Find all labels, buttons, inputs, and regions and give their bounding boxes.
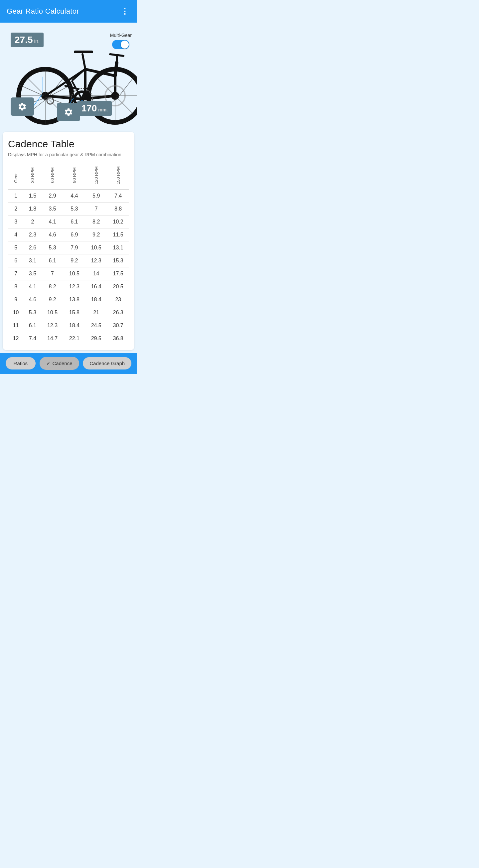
speed-cell: 13.1 (107, 241, 129, 254)
speed-cell: 18.4 (63, 319, 85, 332)
speed-cell: 2.9 (41, 189, 63, 202)
nav-cadence-button[interactable]: ✓ Cadence (39, 357, 79, 370)
speed-cell: 24.5 (85, 319, 107, 332)
speed-cell: 8.2 (85, 215, 107, 228)
speed-cell: 30.7 (107, 319, 129, 332)
bike-section: 27.5 in. Multi-Gear (0, 23, 137, 129)
gear-cell: 1 (8, 189, 24, 202)
nav-ratios-button[interactable]: Ratios (6, 357, 36, 370)
speed-cell: 10.5 (41, 306, 63, 319)
table-row: 73.5710.51417.5 (8, 267, 129, 280)
speed-cell: 2.6 (24, 241, 41, 254)
table-row: 127.414.722.129.536.8 (8, 332, 129, 345)
speed-cell: 2 (24, 215, 41, 228)
header: Gear Ratio Calculator ⋮ (0, 0, 137, 23)
speed-cell: 12.3 (85, 254, 107, 267)
speed-cell: 12.3 (41, 319, 63, 332)
wheel-diameter-unit: in. (34, 38, 40, 44)
speed-cell: 4.6 (41, 228, 63, 241)
multi-gear-control: Multi-Gear (110, 33, 132, 49)
gear-cell: 9 (8, 293, 24, 306)
table-row: 11.52.94.45.97.4 (8, 189, 129, 202)
multi-gear-label: Multi-Gear (110, 33, 132, 38)
crank-length-value: 170 (81, 103, 97, 114)
col-header-120rpm: 120 RPM (85, 165, 107, 190)
speed-cell: 4.4 (63, 189, 85, 202)
table-row: 324.16.18.210.2 (8, 215, 129, 228)
gear-cell: 4 (8, 228, 24, 241)
gear-cell: 6 (8, 254, 24, 267)
speed-cell: 4.6 (24, 293, 41, 306)
speed-cell: 4.1 (41, 215, 63, 228)
speed-cell: 5.9 (85, 189, 107, 202)
speed-cell: 21 (85, 306, 107, 319)
speed-cell: 6.1 (63, 215, 85, 228)
app-title: Gear Ratio Calculator (7, 7, 79, 16)
speed-cell: 1.5 (24, 189, 41, 202)
nav-ratios-label: Ratios (13, 361, 28, 366)
nav-cadence-label: Cadence (53, 361, 72, 366)
gear-icon-2 (64, 107, 73, 117)
speed-cell: 11.5 (107, 228, 129, 241)
table-row: 94.69.213.818.423 (8, 293, 129, 306)
speed-cell: 5.3 (63, 202, 85, 215)
speed-cell: 23 (107, 293, 129, 306)
speed-cell: 7.9 (63, 241, 85, 254)
speed-cell: 9.2 (63, 254, 85, 267)
speed-cell: 5.3 (24, 306, 41, 319)
check-icon: ✓ (46, 360, 51, 367)
speed-cell: 36.8 (107, 332, 129, 345)
wheel-diameter-badge[interactable]: 27.5 in. (11, 33, 43, 47)
table-row: 116.112.318.424.530.7 (8, 319, 129, 332)
gear-cell: 2 (8, 202, 24, 215)
speed-cell: 18.4 (85, 293, 107, 306)
speed-cell: 6.9 (63, 228, 85, 241)
speed-cell: 13.8 (63, 293, 85, 306)
rear-gear-settings-button[interactable] (11, 97, 34, 116)
speed-cell: 6.1 (24, 319, 41, 332)
speed-cell: 7 (41, 267, 63, 280)
col-header-90rpm: 90 RPM (63, 165, 85, 190)
svg-line-29 (115, 63, 117, 76)
svg-line-21 (117, 98, 134, 115)
front-gear-settings-button[interactable] (57, 103, 80, 121)
gear-cell: 11 (8, 319, 24, 332)
speed-cell: 26.3 (107, 306, 129, 319)
gear-cell: 5 (8, 241, 24, 254)
speed-cell: 14 (85, 267, 107, 280)
nav-cadence-graph-button[interactable]: Cadence Graph (83, 357, 131, 370)
speed-cell: 16.4 (85, 280, 107, 293)
cadence-data-table: Gear 30 RPM 60 RPM 90 RPM 120 RPM 150 RP… (8, 165, 129, 345)
speed-cell: 12.3 (63, 280, 85, 293)
col-header-30rpm: 30 RPM (24, 165, 41, 190)
speed-cell: 8.2 (41, 280, 63, 293)
speed-cell: 7.4 (24, 332, 41, 345)
wheel-diameter-value: 27.5 (14, 35, 33, 45)
speed-cell: 5.3 (41, 241, 63, 254)
multi-gear-toggle[interactable] (112, 40, 129, 49)
col-header-150rpm: 150 RPM (107, 165, 129, 190)
speed-cell: 7 (85, 202, 107, 215)
gear-cell: 3 (8, 215, 24, 228)
table-row: 42.34.66.99.211.5 (8, 228, 129, 241)
bike-container: 27.5 in. Multi-Gear (5, 29, 132, 122)
bottom-navigation: Ratios ✓ Cadence Cadence Graph (0, 353, 137, 374)
speed-cell: 10.2 (107, 215, 129, 228)
crank-length-badge[interactable]: 170 mm. (77, 101, 112, 116)
speed-cell: 3.5 (24, 267, 41, 280)
table-row: 105.310.515.82126.3 (8, 306, 129, 319)
speed-cell: 3.1 (24, 254, 41, 267)
more-menu-button[interactable]: ⋮ (118, 5, 132, 17)
speed-cell: 15.8 (63, 306, 85, 319)
nav-cadence-graph-label: Cadence Graph (89, 361, 125, 366)
speed-cell: 9.2 (41, 293, 63, 306)
speed-cell: 6.1 (41, 254, 63, 267)
speed-cell: 14.7 (41, 332, 63, 345)
speed-cell: 3.5 (41, 202, 63, 215)
speed-cell: 1.8 (24, 202, 41, 215)
table-row: 52.65.37.910.513.1 (8, 241, 129, 254)
gear-icon (18, 102, 27, 112)
cadence-table-card: Cadence Table Displays MPH for a particu… (3, 132, 134, 350)
gear-cell: 12 (8, 332, 24, 345)
speed-cell: 15.3 (107, 254, 129, 267)
